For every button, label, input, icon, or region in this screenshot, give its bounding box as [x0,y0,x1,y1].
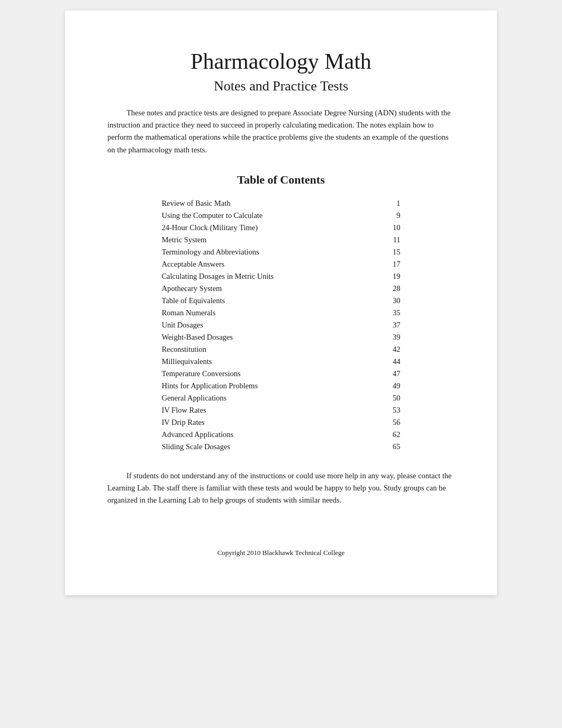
toc-item-page: 17 [366,258,403,270]
footer-paragraph: If students do not understand any of the… [107,470,455,507]
toc-item-page: 30 [366,295,403,307]
toc-item-page: 53 [366,404,403,416]
toc-row: Apothecary System28 [159,283,402,295]
toc-row: Temperature Conversions47 [159,368,402,380]
toc-row: Sliding Scale Dosages65 [159,441,402,453]
toc-row: Roman Numerals35 [159,307,402,319]
toc-row: Metric System11 [159,234,402,246]
toc-item-page: 49 [366,380,403,392]
toc-item-label: Milliequivalents [159,356,366,368]
toc-item-label: Temperature Conversions [159,368,366,380]
toc-item-label: Acceptable Answers [159,258,366,270]
toc-item-label: Review of Basic Math [159,197,366,210]
toc-item-page: 44 [366,356,403,368]
toc-row: IV Drip Rates56 [159,416,402,429]
toc-item-label: Using the Computer to Calculate [159,210,366,222]
toc-row: Terminology and Abbreviations15 [159,246,402,258]
toc-item-page: 50 [366,392,403,404]
toc-item-page: 62 [366,429,403,441]
toc-row: 24-Hour Clock (Military Time)10 [159,222,402,234]
toc-row: General Applications50 [159,392,402,404]
toc-item-page: 65 [366,441,403,453]
toc-item-label: Metric System [159,234,366,246]
toc-item-page: 19 [366,270,403,283]
table-of-contents: Table of Contents Review of Basic Math1U… [107,173,455,453]
toc-item-page: 37 [366,319,403,331]
main-title: Pharmacology Math [107,49,455,74]
toc-row: Reconstitution42 [159,343,402,356]
toc-item-label: Sliding Scale Dosages [159,441,366,453]
subtitle: Notes and Practice Tests [107,78,455,94]
toc-row: Weight-Based Dosages39 [159,331,402,343]
toc-row: Hints for Application Problems49 [159,380,402,392]
toc-item-label: Table of Equivalents [159,295,366,307]
toc-item-label: Roman Numerals [159,307,366,319]
toc-row: Milliequivalents44 [159,356,402,368]
toc-item-label: Reconstitution [159,343,366,356]
toc-item-label: Apothecary System [159,283,366,295]
toc-row: IV Flow Rates53 [159,404,402,416]
copyright-text: Copyright 2010 Blackhawk Technical Colle… [107,549,455,557]
toc-item-label: Calculating Dosages in Metric Units [159,270,366,283]
intro-paragraph: These notes and practice tests are desig… [107,107,455,156]
toc-item-label: Unit Dosages [159,319,366,331]
toc-row: Review of Basic Math1 [159,197,402,210]
toc-item-label: General Applications [159,392,366,404]
toc-item-page: 56 [366,416,403,429]
toc-row: Acceptable Answers17 [159,258,402,270]
toc-row: Calculating Dosages in Metric Units19 [159,270,402,283]
toc-item-page: 1 [366,197,403,210]
toc-row: Advanced Applications62 [159,429,402,441]
toc-row: Table of Equivalents30 [159,295,402,307]
toc-item-page: 47 [366,368,403,380]
toc-item-page: 15 [366,246,403,258]
toc-table: Review of Basic Math1Using the Computer … [159,197,402,453]
toc-item-page: 11 [366,234,403,246]
toc-row: Unit Dosages37 [159,319,402,331]
toc-item-page: 10 [366,222,403,234]
toc-heading: Table of Contents [107,173,455,187]
document-page: Pharmacology Math Notes and Practice Tes… [65,11,497,595]
toc-item-label: Weight-Based Dosages [159,331,366,343]
toc-item-page: 35 [366,307,403,319]
toc-item-label: Advanced Applications [159,429,366,441]
toc-item-page: 39 [366,331,403,343]
toc-item-label: 24-Hour Clock (Military Time) [159,222,366,234]
toc-item-page: 42 [366,343,403,356]
toc-row: Using the Computer to Calculate9 [159,210,402,222]
toc-item-label: Terminology and Abbreviations [159,246,366,258]
toc-item-label: Hints for Application Problems [159,380,366,392]
toc-item-page: 9 [366,210,403,222]
toc-item-page: 28 [366,283,403,295]
toc-item-label: IV Drip Rates [159,416,366,429]
toc-item-label: IV Flow Rates [159,404,366,416]
